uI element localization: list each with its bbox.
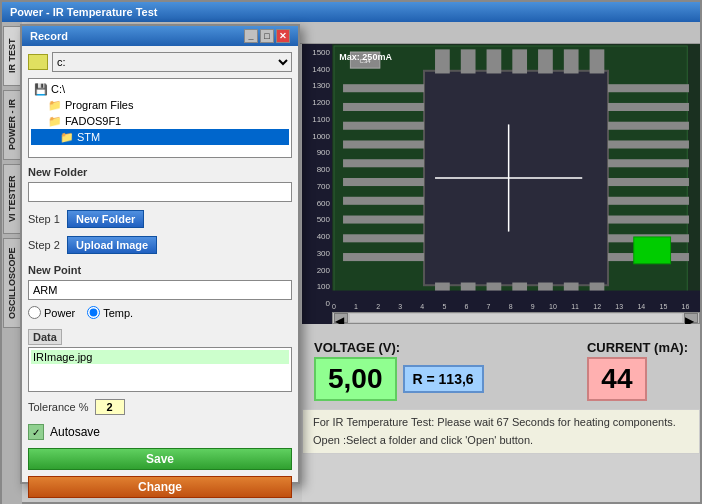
tree-item-stm-label: STM bbox=[77, 131, 100, 143]
tolerance-label: Tolerance % bbox=[28, 401, 89, 413]
svg-text:12: 12 bbox=[593, 303, 601, 310]
dialog-title-text: Record bbox=[30, 30, 68, 42]
svg-text:10: 10 bbox=[549, 303, 557, 310]
step2-label: Step 2 bbox=[28, 239, 63, 251]
autosave-row: ✓ Autosave bbox=[28, 424, 292, 440]
svg-rect-3 bbox=[343, 84, 424, 92]
svg-rect-25 bbox=[487, 49, 502, 73]
current-value: 44 bbox=[587, 357, 647, 401]
tab-ir-test[interactable]: IR TEST bbox=[3, 26, 21, 86]
scroll-left-btn[interactable]: ◀ bbox=[334, 313, 348, 323]
change-button[interactable]: Change bbox=[28, 476, 292, 498]
y-label-400: 400 bbox=[302, 232, 332, 241]
svg-text:13: 13 bbox=[615, 303, 623, 310]
data-item-irimage[interactable]: IRImage.jpg bbox=[31, 350, 289, 364]
record-dialog: Record _ □ ✕ c: 💾 C:\ bbox=[20, 24, 300, 484]
svg-rect-27 bbox=[538, 49, 553, 73]
y-label-800: 800 bbox=[302, 165, 332, 174]
autosave-checkbox[interactable]: ✓ bbox=[28, 424, 44, 440]
step2-row: Step 2 Upload Image bbox=[28, 236, 292, 254]
svg-text:3: 3 bbox=[398, 303, 402, 310]
svg-text:5: 5 bbox=[442, 303, 446, 310]
data-section: Data IRImage.jpg bbox=[28, 329, 292, 392]
tab-vi-tester[interactable]: VI TESTER bbox=[3, 164, 21, 234]
svg-rect-15 bbox=[608, 122, 689, 130]
y-label-1300: 1300 bbox=[302, 81, 332, 90]
tree-item-pf-label: Program Files bbox=[65, 99, 133, 111]
y-label-1200: 1200 bbox=[302, 98, 332, 107]
svg-rect-19 bbox=[608, 197, 689, 205]
y-label-1500: 1500 bbox=[302, 48, 332, 57]
minimize-button[interactable]: _ bbox=[244, 29, 258, 43]
tree-item-fados[interactable]: 📁 FADOS9F1 bbox=[31, 113, 289, 129]
svg-text:1: 1 bbox=[354, 303, 358, 310]
radio-power-text: Power bbox=[44, 307, 75, 319]
svg-rect-18 bbox=[608, 178, 689, 186]
file-tree[interactable]: 💾 C:\ 📁 Program Files 📁 FADOS9F1 📁 STM bbox=[28, 78, 292, 158]
tab-oscilloscope[interactable]: OSCILLOSCOPE bbox=[3, 238, 21, 328]
current-section: CURRENT (mA): 44 bbox=[587, 340, 688, 401]
y-label-100: 100 bbox=[302, 282, 332, 291]
new-folder-input[interactable] bbox=[28, 182, 292, 202]
tree-item-fados-label: FADOS9F1 bbox=[65, 115, 121, 127]
y-label-900: 900 bbox=[302, 148, 332, 157]
status-line1: For IR Temperature Test: Please wait 67 … bbox=[313, 414, 689, 432]
scroll-right-btn[interactable]: ▶ bbox=[684, 313, 698, 323]
dialog-title-bar: Record _ □ ✕ bbox=[22, 26, 298, 46]
new-folder-button[interactable]: New Folder bbox=[67, 210, 144, 228]
voltage-value: 5,00 bbox=[314, 357, 397, 401]
tree-item-c[interactable]: 💾 C:\ bbox=[31, 81, 289, 97]
close-button[interactable]: ✕ bbox=[276, 29, 290, 43]
maximize-button[interactable]: □ bbox=[260, 29, 274, 43]
step1-label: Step 1 bbox=[28, 213, 63, 225]
y-label-500: 500 bbox=[302, 215, 332, 224]
y-label-300: 300 bbox=[302, 249, 332, 258]
data-list[interactable]: IRImage.jpg bbox=[28, 347, 292, 392]
radio-temp[interactable] bbox=[87, 306, 100, 319]
save-button[interactable]: Save bbox=[28, 448, 292, 470]
tolerance-row: Tolerance % 2 bbox=[28, 399, 292, 415]
tolerance-value: 2 bbox=[95, 399, 125, 415]
svg-rect-20 bbox=[608, 216, 689, 224]
y-label-1000: 1000 bbox=[302, 132, 332, 141]
upload-image-button[interactable]: Upload Image bbox=[67, 236, 157, 254]
step1-row: Step 1 New Folder bbox=[28, 210, 292, 228]
radio-temp-text: Temp. bbox=[103, 307, 133, 319]
resistance-value: R = 113,6 bbox=[403, 365, 484, 393]
svg-text:4: 4 bbox=[420, 303, 424, 310]
radio-group: Power Temp. bbox=[28, 306, 292, 319]
svg-text:14: 14 bbox=[637, 303, 645, 310]
svg-text:8: 8 bbox=[509, 303, 513, 310]
left-tabs: IR TEST POWER - IR VI TESTER OSCILLOSCOP… bbox=[2, 22, 22, 504]
ir-scrollbar[interactable]: ◀ ▶ bbox=[332, 312, 700, 324]
app-title: Power - IR Temperature Test bbox=[10, 6, 158, 18]
drive-dropdown[interactable]: c: bbox=[52, 52, 292, 72]
pcb-svg: C34 Max: 250mA Max: 5V 0 1 2 3 4 5 6 bbox=[332, 44, 700, 312]
svg-rect-9 bbox=[343, 197, 424, 205]
radio-power[interactable] bbox=[28, 306, 41, 319]
svg-rect-10 bbox=[343, 216, 424, 224]
drive-icon bbox=[28, 54, 48, 70]
svg-rect-7 bbox=[343, 159, 424, 167]
svg-rect-28 bbox=[564, 49, 579, 73]
svg-rect-4 bbox=[343, 103, 424, 111]
current-label: CURRENT (mA): bbox=[587, 340, 688, 355]
radio-power-label[interactable]: Power bbox=[28, 306, 75, 319]
tree-item-stm[interactable]: 📁 STM bbox=[31, 129, 289, 145]
svg-text:2: 2 bbox=[376, 303, 380, 310]
radio-temp-label[interactable]: Temp. bbox=[87, 306, 133, 319]
svg-rect-29 bbox=[590, 49, 605, 73]
svg-rect-41 bbox=[634, 237, 671, 264]
tree-item-program-files[interactable]: 📁 Program Files bbox=[31, 97, 289, 113]
y-label-200: 200 bbox=[302, 266, 332, 275]
scroll-track bbox=[350, 314, 682, 322]
folder-stm-icon: 📁 bbox=[59, 130, 75, 144]
svg-text:7: 7 bbox=[487, 303, 491, 310]
svg-rect-5 bbox=[343, 122, 424, 130]
svg-rect-16 bbox=[608, 140, 689, 148]
tab-power[interactable]: POWER - IR bbox=[3, 90, 21, 160]
dialog-window-controls: _ □ ✕ bbox=[244, 29, 290, 43]
y-label-0: 0 bbox=[302, 299, 332, 308]
new-point-input[interactable] bbox=[28, 280, 292, 300]
svg-rect-6 bbox=[343, 140, 424, 148]
